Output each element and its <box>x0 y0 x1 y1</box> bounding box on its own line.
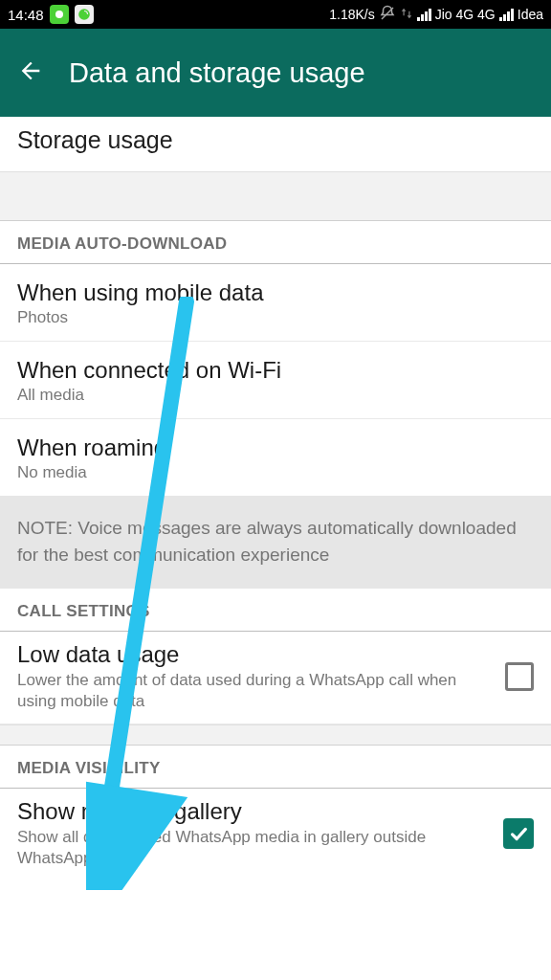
storage-usage-label: Storage usage <box>17 126 173 153</box>
app-bar: Data and storage usage <box>0 29 551 117</box>
check-icon <box>508 823 529 844</box>
show-media-item[interactable]: Show media in gallery Show all downloade… <box>0 789 551 875</box>
status-app-icon-2 <box>75 5 94 24</box>
signal-icon-1 <box>417 9 431 21</box>
status-app-icon-1 <box>50 5 69 24</box>
back-button[interactable] <box>17 57 44 88</box>
roaming-title: When roaming <box>17 434 534 461</box>
roaming-sub: No media <box>17 463 534 482</box>
status-bar: 14:48 1.18K/s Jio 4G 4G Idea <box>0 0 551 29</box>
mobile-data-sub: Photos <box>17 308 534 327</box>
low-data-title: Low data usage <box>17 641 494 668</box>
wifi-sub: All media <box>17 386 534 405</box>
show-media-title: Show media in gallery <box>17 798 492 825</box>
section-header-media-autodl: MEDIA AUTO-DOWNLOAD <box>0 221 551 264</box>
show-media-checkbox[interactable] <box>503 818 534 849</box>
section-divider <box>0 724 551 746</box>
show-media-sub: Show all downloaded WhatsApp media in ga… <box>17 827 492 869</box>
carrier-label-1: Jio 4G 4G <box>435 7 496 22</box>
arrow-left-icon <box>17 57 44 84</box>
voice-note: NOTE: Voice messages are always automati… <box>0 496 551 589</box>
low-data-checkbox[interactable] <box>505 662 534 691</box>
low-data-sub: Lower the amount of data used during a W… <box>17 670 494 712</box>
roaming-item[interactable]: When roaming No media <box>0 419 551 496</box>
section-divider <box>0 171 551 221</box>
signal-icon-2 <box>499 9 514 21</box>
low-data-item[interactable]: Low data usage Lower the amount of data … <box>0 632 551 724</box>
status-data-speed: 1.18K/s <box>329 7 374 22</box>
storage-usage-item[interactable]: Storage usage <box>0 117 551 171</box>
mute-icon <box>379 5 396 25</box>
mobile-data-title: When using mobile data <box>17 279 534 306</box>
status-time: 14:48 <box>8 7 44 23</box>
carrier-label-2: Idea <box>518 7 543 22</box>
svg-point-0 <box>55 11 63 18</box>
wifi-title: When connected on Wi-Fi <box>17 357 534 384</box>
network-transfer-icon <box>400 7 413 23</box>
page-title: Data and storage usage <box>69 57 365 89</box>
section-header-call: CALL SETTINGS <box>0 589 551 632</box>
section-header-media-vis: MEDIA VISIBILITY <box>0 746 551 789</box>
mobile-data-item[interactable]: When using mobile data Photos <box>0 264 551 342</box>
wifi-item[interactable]: When connected on Wi-Fi All media <box>0 342 551 419</box>
